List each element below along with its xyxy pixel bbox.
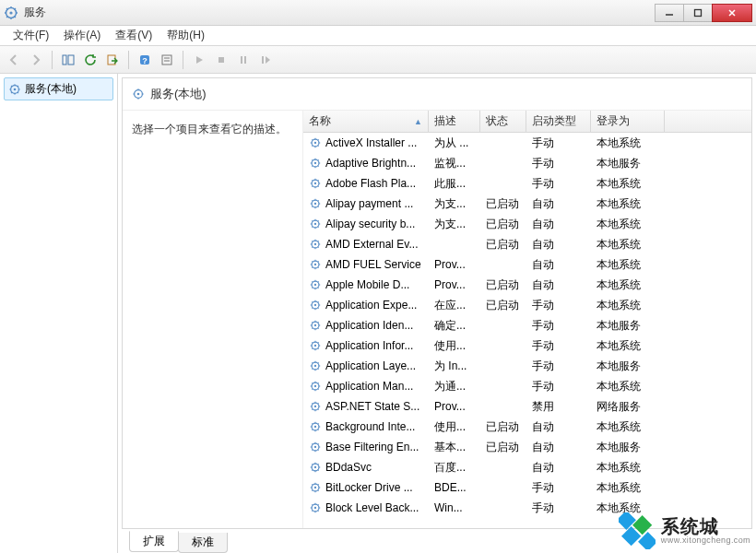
service-row[interactable]: BDdaSvc百度...自动本地系统 [303, 457, 751, 477]
close-button[interactable] [712, 4, 752, 22]
restart-service-button[interactable] [255, 50, 276, 70]
gear-icon [309, 420, 322, 433]
svg-point-31 [314, 243, 316, 245]
service-row[interactable]: Alipay security b...为支...已启动自动本地系统 [303, 214, 751, 234]
gear-icon [132, 88, 145, 100]
back-button[interactable] [4, 50, 24, 70]
service-startup: 自动 [526, 215, 591, 234]
service-row[interactable]: ASP.NET State S...Prov...禁用网络服务 [303, 396, 751, 417]
service-name: Background Inte... [325, 420, 415, 433]
service-row[interactable]: Apple Mobile D...Prov...已启动自动本地系统 [303, 275, 751, 295]
show-hide-tree-button[interactable] [58, 50, 78, 70]
column-header-status[interactable]: 状态 [480, 111, 526, 132]
menu-file[interactable]: 文件(F) [6, 26, 56, 45]
service-row[interactable]: Base Filtering En...基本...已启动自动本地服务 [303, 437, 751, 457]
service-startup: 自动 [526, 276, 591, 295]
service-logon: 本地系统 [591, 478, 665, 498]
properties-button[interactable] [157, 50, 177, 70]
service-row[interactable]: AMD External Ev...已启动自动本地系统 [303, 234, 751, 254]
service-status: 已启动 [480, 276, 526, 295]
service-logon: 网络服务 [591, 397, 665, 417]
forward-button[interactable] [26, 50, 46, 70]
tab-extended[interactable]: 扩展 [129, 531, 179, 552]
description-prompt: 选择一个项目来查看它的描述。 [132, 123, 287, 135]
menu-action[interactable]: 操作(A) [56, 26, 108, 45]
service-row[interactable]: Application Iden...确定...手动本地服务 [303, 315, 751, 335]
gear-icon [309, 177, 322, 190]
service-row[interactable]: Alipay payment ...为支...已启动自动本地系统 [303, 194, 751, 214]
minimize-button[interactable] [655, 4, 684, 22]
gear-icon [309, 299, 322, 312]
service-status: 已启动 [480, 418, 526, 437]
list-rows[interactable]: ActiveX Installer ...为从 ...手动本地系统Adaptiv… [303, 133, 751, 528]
service-startup: 手动 [526, 316, 591, 335]
svg-point-41 [314, 345, 316, 347]
view-tabs: 扩展 标准 [118, 533, 756, 553]
service-status [480, 364, 526, 368]
service-row[interactable]: Adobe Flash Pla...此服...手动本地系统 [303, 173, 751, 194]
service-desc: 使用... [429, 336, 480, 356]
service-logon: 本地系统 [591, 215, 665, 234]
service-startup: 手动 [526, 174, 591, 194]
help-button[interactable]: ? [135, 50, 155, 70]
service-logon: 本地系统 [591, 174, 665, 194]
service-desc: Prov... [429, 398, 480, 415]
svg-rect-14 [244, 56, 246, 64]
service-name: BitLocker Drive ... [325, 481, 413, 494]
service-desc: 使用... [429, 418, 480, 437]
service-status [480, 465, 526, 469]
service-startup: 手动 [526, 154, 591, 173]
svg-point-43 [314, 365, 316, 367]
service-row[interactable]: AMD FUEL ServiceProv...自动本地系统 [303, 254, 751, 275]
start-service-button[interactable] [189, 50, 209, 70]
column-header-desc[interactable]: 描述 [429, 111, 480, 132]
service-logon: 本地系统 [591, 377, 665, 396]
service-status: 已启动 [480, 235, 526, 254]
gear-icon [8, 83, 21, 96]
service-row[interactable]: Application Expe...在应...已启动手动本地系统 [303, 295, 751, 315]
menu-view[interactable]: 查看(V) [108, 26, 159, 45]
service-row[interactable]: Application Laye...为 In...手动本地服务 [303, 356, 751, 376]
export-list-button[interactable] [102, 50, 123, 70]
service-row[interactable]: Application Infor...使用...手动本地系统 [303, 335, 751, 356]
service-desc: Win... [429, 500, 480, 516]
menu-help[interactable]: 帮助(H) [159, 26, 212, 45]
service-status [480, 506, 526, 510]
service-row[interactable]: Application Man...为通...手动本地系统 [303, 376, 751, 396]
sort-asc-icon: ▲ [414, 117, 422, 126]
svg-point-35 [314, 284, 316, 286]
service-logon: 本地系统 [591, 235, 665, 254]
column-header-name[interactable]: 名称▲ [303, 111, 429, 132]
tree-item-services-local[interactable]: 服务(本地) [4, 77, 113, 100]
maximize-button[interactable] [683, 4, 713, 22]
refresh-button[interactable] [80, 50, 100, 70]
gear-icon [309, 157, 322, 170]
pause-service-button[interactable] [233, 50, 254, 70]
window-controls [656, 4, 752, 22]
svg-point-27 [314, 203, 316, 205]
service-row[interactable]: Adaptive Brightn...监视...手动本地服务 [303, 153, 751, 173]
svg-point-29 [314, 223, 316, 225]
service-status [480, 182, 526, 185]
service-status [480, 141, 526, 145]
service-row[interactable]: BitLocker Drive ...BDE...手动本地系统 [303, 477, 751, 498]
column-header-logon[interactable]: 登录为 [591, 111, 665, 132]
service-row[interactable]: ActiveX Installer ...为从 ...手动本地系统 [303, 133, 751, 153]
svg-point-45 [314, 385, 316, 387]
service-name: Alipay security b... [325, 218, 415, 230]
service-desc: Prov... [429, 276, 480, 293]
column-header-startup[interactable]: 启动类型 [526, 111, 591, 132]
gear-icon [309, 359, 322, 372]
service-logon: 本地系统 [591, 499, 665, 518]
service-logon: 本地系统 [591, 134, 665, 153]
svg-point-47 [314, 406, 316, 407]
service-desc: 在应... [429, 296, 480, 315]
svg-point-55 [314, 487, 316, 488]
tab-standard[interactable]: 标准 [178, 533, 228, 553]
gear-icon [309, 319, 322, 332]
service-logon: 本地服务 [591, 154, 665, 173]
service-row[interactable]: Background Inte...使用...已启动自动本地系统 [303, 417, 751, 437]
service-row[interactable]: Block Level Back...Win...手动本地系统 [303, 498, 751, 518]
service-desc [429, 242, 480, 246]
stop-service-button[interactable] [211, 50, 231, 70]
